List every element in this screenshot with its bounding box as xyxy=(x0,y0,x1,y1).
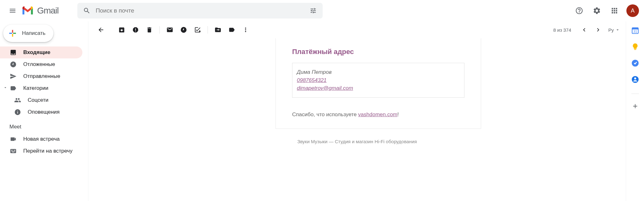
calendar-addon[interactable]: 31 xyxy=(631,26,639,35)
message-toolbar: 8 из 374 Ру xyxy=(88,21,626,38)
arrow-back-icon xyxy=(97,26,104,33)
svg-point-6 xyxy=(634,78,636,80)
header-actions: A xyxy=(572,3,639,18)
tasks-addon[interactable] xyxy=(631,59,639,67)
sidebar: Написать Входящие Отложенные Отправленны… xyxy=(0,21,88,201)
lang-label: Ру xyxy=(608,27,614,33)
rail-separator xyxy=(631,94,639,94)
compose-label: Написать xyxy=(22,30,46,36)
label-icon xyxy=(9,84,17,92)
svg-rect-3 xyxy=(634,49,636,50)
input-language-button[interactable]: Ру xyxy=(608,27,620,33)
contacts-addon[interactable] xyxy=(631,75,639,84)
videocam-icon xyxy=(9,135,17,143)
labels-button[interactable] xyxy=(225,23,239,37)
clock-icon xyxy=(180,26,187,33)
sidebar-item-label: Отправленные xyxy=(23,73,60,79)
inbox-icon xyxy=(9,49,17,56)
billing-name: Дима Петров xyxy=(297,68,460,76)
report-icon xyxy=(132,26,139,33)
meet-item-label: Новая встреча xyxy=(23,136,60,142)
app-header: Gmail A xyxy=(0,0,644,21)
caret-down-icon xyxy=(3,85,8,91)
thanks-suffix: ! xyxy=(397,111,399,117)
plus-icon xyxy=(632,103,639,110)
mark-unread-button[interactable] xyxy=(163,23,177,37)
sidebar-item-label: Входящие xyxy=(23,49,50,56)
thanks-link[interactable]: vashdomen.com xyxy=(358,111,397,117)
search-options-button[interactable] xyxy=(306,4,320,18)
main-pane: 8 из 374 Ру Платёжный адрес Дима Петров … xyxy=(88,21,626,201)
chevron-right-icon xyxy=(595,26,602,33)
back-button[interactable] xyxy=(94,23,108,37)
archive-button[interactable] xyxy=(115,23,129,37)
archive-icon xyxy=(118,26,125,33)
compose-button[interactable]: Написать xyxy=(3,24,53,42)
support-button[interactable] xyxy=(572,3,587,18)
calendar-icon: 31 xyxy=(631,26,639,35)
sidebar-item-social[interactable]: Соцсети xyxy=(0,94,82,106)
get-addons-button[interactable] xyxy=(632,102,639,112)
meet-join-meeting[interactable]: Перейти на встречу xyxy=(0,145,82,157)
keep-icon xyxy=(631,43,639,51)
apps-button[interactable] xyxy=(607,3,622,18)
billing-address-box: Дима Петров 0987654321 dimapetrov@gmail.… xyxy=(292,63,464,98)
help-icon xyxy=(575,7,583,15)
plus-icon xyxy=(8,28,18,38)
chevron-left-icon xyxy=(581,26,588,33)
add-to-tasks-button[interactable] xyxy=(191,23,204,37)
sidebar-item-updates[interactable]: Оповещения xyxy=(0,106,82,118)
more-button[interactable] xyxy=(239,23,253,37)
billing-phone-link[interactable]: 0987654321 xyxy=(297,77,327,83)
settings-button[interactable] xyxy=(589,3,604,18)
delete-icon xyxy=(146,26,153,33)
report-spam-button[interactable] xyxy=(129,23,142,37)
next-message-button[interactable] xyxy=(591,23,605,37)
people-icon xyxy=(14,96,21,104)
thanks-line: Спасибо, что используете vashdomen.com! xyxy=(292,111,464,118)
clock-icon xyxy=(9,61,17,68)
email-footer: Звуки Музыки — Студия и магазин Hi-Fi об… xyxy=(88,139,626,144)
sidebar-item-categories[interactable]: Категории xyxy=(0,82,82,94)
delete-button[interactable] xyxy=(142,23,156,37)
mail-icon xyxy=(166,26,173,33)
sidebar-item-snoozed[interactable]: Отложенные xyxy=(0,58,82,70)
gmail-logo[interactable]: Gmail xyxy=(21,6,58,16)
task-add-icon xyxy=(194,26,201,33)
billing-email-link[interactable]: dimapetrov@gmail.com xyxy=(297,85,353,91)
sidebar-item-sent[interactable]: Отправленные xyxy=(0,70,82,82)
meet-section-header: Meet xyxy=(0,118,88,133)
sidebar-item-label: Соцсети xyxy=(28,97,48,103)
prev-message-button[interactable] xyxy=(577,23,591,37)
sidebar-item-inbox[interactable]: Входящие xyxy=(0,46,82,58)
drop-icon xyxy=(615,27,620,32)
sidebar-item-label: Оповещения xyxy=(28,109,60,115)
send-icon xyxy=(9,73,17,80)
more-vert-icon xyxy=(242,26,249,33)
thanks-prefix: Спасибо, что используете xyxy=(292,111,358,117)
snooze-button[interactable] xyxy=(177,23,191,37)
sidebar-item-label: Отложенные xyxy=(23,61,55,68)
info-icon xyxy=(14,108,21,116)
gear-icon xyxy=(593,7,601,15)
meet-item-label: Перейти на встречу xyxy=(23,148,72,154)
gmail-logo-text: Gmail xyxy=(37,6,58,16)
billing-address-title: Платёжный адрес xyxy=(292,48,464,56)
tasks-icon xyxy=(631,59,639,67)
side-panel: 31 xyxy=(626,21,644,201)
search-input[interactable] xyxy=(94,7,306,14)
gmail-m-icon xyxy=(21,6,34,15)
main-menu-button[interactable] xyxy=(5,3,20,18)
label-icon xyxy=(228,26,235,33)
menu-icon xyxy=(9,7,16,14)
move-to-button[interactable] xyxy=(211,23,225,37)
sidebar-item-label: Категории xyxy=(23,85,48,91)
meet-new-meeting[interactable]: Новая встреча xyxy=(0,133,82,145)
search-button[interactable] xyxy=(80,4,94,18)
message-body: Платёжный адрес Дима Петров 0987654321 d… xyxy=(88,38,626,201)
account-avatar[interactable]: A xyxy=(626,4,639,17)
folder-move-icon xyxy=(214,26,221,33)
apps-icon xyxy=(610,7,619,15)
keep-addon[interactable] xyxy=(631,43,639,51)
search-icon xyxy=(83,7,91,14)
